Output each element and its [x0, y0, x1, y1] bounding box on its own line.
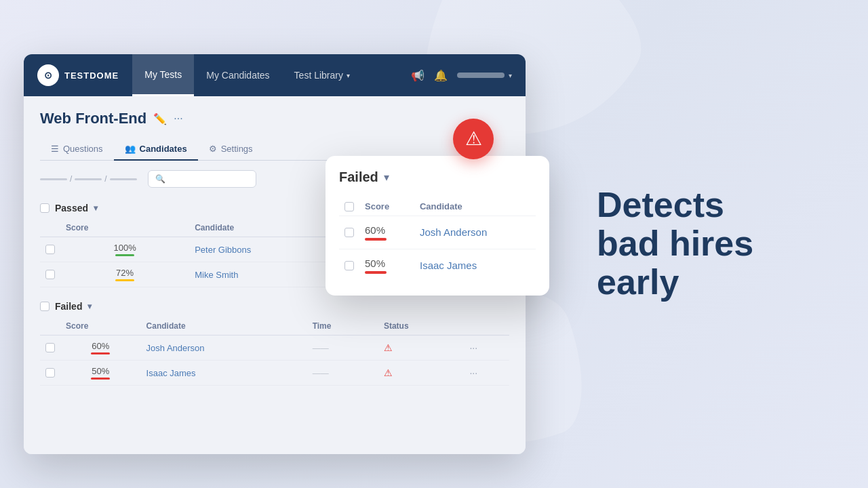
modal-chevron-icon[interactable]: ▾	[384, 171, 389, 184]
modal-table-row: 60% Josh Anderson	[339, 216, 536, 249]
modal-col-candidate: Candidate	[414, 197, 536, 216]
modal-score-cell: 50%	[365, 258, 409, 274]
modal-title: Failed	[339, 169, 378, 185]
warning-triangle-icon: ⚠	[465, 129, 482, 148]
modal-table: Score Candidate 60% Josh Anderson	[339, 197, 536, 282]
modal-row-checkbox[interactable]	[344, 228, 354, 237]
modal-row-checkbox[interactable]	[344, 261, 354, 270]
modal-score-value: 50%	[365, 258, 385, 269]
failed-modal: Failed ▾ Score Candidate 60%	[326, 156, 549, 296]
popup-overlay: Failed ▾ Score Candidate 60%	[0, 0, 868, 488]
modal-candidate-link[interactable]: Isaac James	[420, 260, 477, 271]
modal-score-cell: 60%	[365, 224, 409, 241]
modal-table-row: 50% Isaac James	[339, 249, 536, 283]
warning-badge: ⚠	[453, 119, 494, 159]
modal-candidate-link[interactable]: Josh Anderson	[420, 226, 487, 238]
modal-score-bar	[365, 271, 387, 274]
modal-col-score: Score	[359, 197, 414, 216]
modal-header: Failed ▾	[339, 169, 536, 185]
modal-select-all-checkbox[interactable]	[344, 202, 354, 211]
modal-score-value: 60%	[365, 224, 385, 236]
modal-score-bar	[365, 238, 387, 241]
